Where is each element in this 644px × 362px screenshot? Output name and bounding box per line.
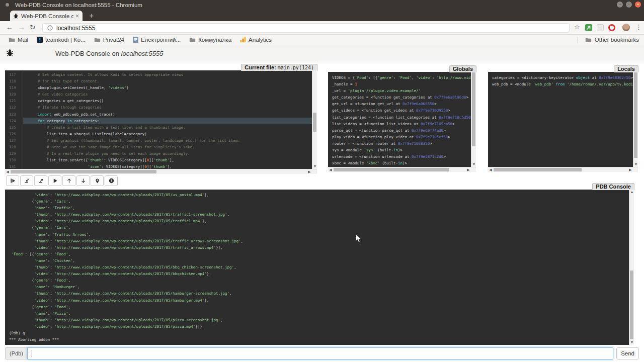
- down-button[interactable]: [76, 175, 90, 186]
- bookmark-star-icon[interactable]: ☆: [574, 23, 580, 31]
- line-number: 121: [5, 98, 23, 104]
- scroll-down-arrow-icon[interactable]: ▼: [633, 162, 638, 167]
- step-into-icon: [24, 178, 30, 184]
- scroll-down-arrow-icon[interactable]: ▼: [312, 164, 317, 169]
- bookmark-item[interactable]: Privat24: [94, 37, 124, 43]
- address-bar[interactable]: localhost:5555: [42, 23, 570, 33]
- scroll-up-arrow-icon[interactable]: ▲: [629, 190, 634, 195]
- folder-icon: [9, 37, 15, 43]
- console-output-line: 'video': 'http://www.vidsplay.com/wp-con…: [5, 270, 628, 277]
- page-info-icon[interactable]: [47, 25, 53, 31]
- locals-vertical-scrollbar[interactable]: ▼: [633, 72, 638, 167]
- pdb-command-input[interactable]: [27, 347, 613, 359]
- browser-menu-icon[interactable]: ⋮: [635, 23, 642, 31]
- globals-horizontal-scrollbar[interactable]: ◀ ▶: [328, 167, 476, 172]
- bookmarks-bar: Mailteamkodi | Ko...Privat24Електронний.…: [0, 35, 644, 45]
- other-bookmarks-button[interactable]: Other bookmarks: [595, 37, 639, 43]
- text-caret: [32, 350, 32, 357]
- scroll-down-arrow-icon[interactable]: ▼: [471, 162, 476, 167]
- help-icon: ?: [109, 178, 114, 184]
- back-icon[interactable]: ←: [6, 23, 13, 31]
- code-line: 118 # for this type of content.: [5, 78, 312, 84]
- svg-text:?: ?: [110, 179, 112, 183]
- bookmark-label: Analytics: [249, 37, 272, 43]
- extension-icon-gray[interactable]: [597, 24, 604, 31]
- current-file-tab: Current file: main.py(124): [241, 64, 317, 71]
- global-variable-line: _handle = 1: [328, 81, 471, 87]
- reload-icon[interactable]: ↻: [30, 23, 36, 31]
- scroll-left-arrow-icon[interactable]: ◀: [328, 167, 333, 172]
- continue-button[interactable]: [48, 175, 61, 186]
- close-button[interactable]: ×: [635, 2, 641, 8]
- step-button[interactable]: [20, 175, 33, 186]
- scroll-right-arrow-icon[interactable]: ▶: [628, 167, 633, 172]
- console-output-line: (Pdb) q: [5, 330, 628, 336]
- help-button[interactable]: ?: [105, 175, 118, 186]
- console-output-line: 'name': 'Traffic',: [5, 205, 628, 211]
- line-number: 122: [5, 104, 23, 111]
- code-text: # Here we use the same image for all ite…: [23, 144, 312, 150]
- tab-close-icon[interactable]: ×: [75, 13, 79, 20]
- forward-icon[interactable]: →: [18, 23, 25, 31]
- scroll-down-arrow-icon[interactable]: ▼: [629, 340, 634, 345]
- scroll-left-arrow-icon[interactable]: ◀: [5, 169, 10, 174]
- line-number: 125: [5, 124, 23, 131]
- global-variable-line: play_video = <function play_video at 0x7…: [328, 134, 471, 140]
- global-variable-line: get_url = <function get_url at 0x7f9e6a0…: [328, 101, 471, 107]
- bookmark-item[interactable]: teamkodi | Ko...: [37, 37, 86, 43]
- send-button[interactable]: Send: [616, 347, 639, 359]
- line-number: 131: [5, 163, 23, 169]
- code-text: # for this type of content.: [23, 78, 312, 84]
- code-text: # Create a list item with a text label a…: [23, 124, 312, 131]
- line-number: 128: [5, 144, 23, 150]
- new-tab-button[interactable]: +: [87, 11, 97, 20]
- profile-avatar[interactable]: [622, 24, 630, 31]
- pdb-console-panel: PDB Console 'video': 'http://www.vidspla…: [5, 190, 634, 345]
- console-output-line: 'thumb': 'http://www.vidsplay.com/wp-con…: [5, 317, 628, 323]
- bookmark-item[interactable]: Mail: [9, 37, 28, 43]
- bookmark-label: Електронний...: [141, 37, 181, 43]
- bookmarks-separator: [578, 37, 578, 43]
- bookmark-item[interactable]: Коммуналка: [189, 37, 231, 43]
- page-header: Web-PDB Console on localhost:5555: [0, 45, 644, 62]
- code-text: xbmcplugin.setContent(_handle, 'videos'): [23, 84, 312, 91]
- code-text: # Set graphics (thumbnail, fanart, banne…: [23, 137, 312, 144]
- locals-horizontal-scrollbar[interactable]: ◀ ▶: [488, 167, 638, 172]
- code-line: 121 categories = get_categories(): [5, 98, 312, 104]
- frame-up-icon: [66, 178, 72, 184]
- maximize-button[interactable]: ▫: [626, 2, 632, 8]
- scroll-right-arrow-icon[interactable]: ▶: [466, 167, 471, 172]
- code-vertical-scrollbar[interactable]: ▼: [312, 70, 317, 169]
- return-button[interactable]: [34, 175, 47, 186]
- where-pin-icon: [95, 178, 100, 184]
- minimize-button[interactable]: –: [617, 2, 623, 8]
- frame-down-icon: [80, 178, 86, 184]
- console-output-line: 'name': 'Pizza',: [5, 310, 628, 317]
- where-button[interactable]: [91, 175, 104, 186]
- bookmark-item[interactable]: Електронний...: [133, 37, 181, 43]
- mouse-cursor: [355, 234, 362, 245]
- next-button[interactable]: [6, 175, 19, 186]
- console-output-line: 'video': 'http://www.vidsplay.com/wp-con…: [5, 323, 628, 330]
- browser-tab[interactable]: Web-PDB Console on loca ×: [10, 11, 83, 21]
- console-output-line: 'name': 'Hamburger',: [5, 284, 628, 290]
- console-vertical-scrollbar[interactable]: ▲ ▼: [629, 190, 634, 345]
- console-output-line: 'name': 'Chicken',: [5, 257, 628, 264]
- bookmark-item[interactable]: Analytics: [240, 37, 272, 43]
- code-text: # Set plugin content. It allows Kodi to …: [23, 71, 312, 78]
- code-horizontal-scrollbar[interactable]: ◀ ▶: [5, 169, 317, 174]
- up-button[interactable]: [62, 175, 75, 186]
- scroll-right-arrow-icon[interactable]: ▶: [307, 169, 312, 174]
- global-variable-line: VIDEOS = {'Food': [{'genre': 'Food', 'vi…: [328, 74, 471, 81]
- url-text: localhost:5555: [56, 25, 95, 32]
- debug-controls-toolbar: ?: [6, 175, 118, 186]
- global-variable-line: sys = <module 'sys' (built-in)>: [328, 147, 471, 153]
- console-output-line: 'video': 'http://www.vidsplay.com/wp-con…: [5, 218, 628, 224]
- globals-vertical-scrollbar[interactable]: ▼: [471, 72, 476, 167]
- extension-icon-red[interactable]: [608, 24, 615, 31]
- code-line: 125 # Create a list item with a text lab…: [5, 124, 312, 131]
- code-line: 129 # In a real-life plugin you need to …: [5, 150, 312, 157]
- scroll-left-arrow-icon[interactable]: ◀: [488, 167, 493, 172]
- extension-icon-green[interactable]: [585, 24, 592, 31]
- code-line: 128 # Here we use the same image for all…: [5, 144, 312, 150]
